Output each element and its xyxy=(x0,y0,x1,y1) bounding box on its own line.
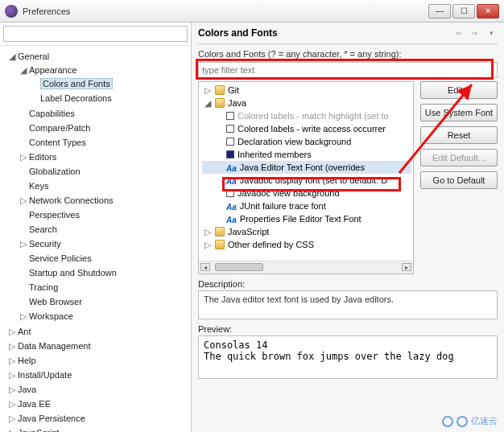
tree-item-startup[interactable]: Startup and Shutdown xyxy=(29,268,117,278)
tree-item-capabilities[interactable]: Capabilities xyxy=(29,109,75,118)
twisty-icon[interactable]: ▷ xyxy=(19,150,27,163)
tree-item-globalization[interactable]: Globalization xyxy=(29,167,81,176)
tree-item-appearance[interactable]: Appearance xyxy=(29,65,76,75)
use-system-font-button[interactable]: Use System Font xyxy=(420,104,498,121)
tree-item-data-management[interactable]: Data Management xyxy=(18,341,91,351)
settings-header: Colors and Fonts ⇦ ⇨ ▾ xyxy=(198,27,498,44)
category-filter-input[interactable] xyxy=(3,26,188,42)
tree-item-help[interactable]: Help xyxy=(18,356,36,365)
twisty-icon[interactable]: ▷ xyxy=(8,397,16,410)
font-tree-javadoc-font[interactable]: Javadoc display font (set to default: D xyxy=(240,174,387,187)
left-search-wrap xyxy=(0,23,191,46)
go-to-default-button[interactable]: Go to Default xyxy=(420,171,498,189)
cloud-icon xyxy=(456,416,468,427)
tree-item-compare-patch[interactable]: Compare/Patch xyxy=(29,123,90,133)
font-tree-javascript[interactable]: JavaScript xyxy=(228,225,269,238)
font-tree-junit-font[interactable]: JUnit failure trace font xyxy=(240,200,326,212)
menu-icon[interactable]: ▾ xyxy=(485,27,498,39)
watermark: 亿速云 xyxy=(442,415,498,427)
font-tree-java[interactable]: Java xyxy=(228,97,246,109)
window-buttons: — ☐ ✕ xyxy=(428,4,499,19)
twisty-icon[interactable]: ◢ xyxy=(8,50,16,63)
twisty-icon[interactable]: ▷ xyxy=(8,426,16,432)
tree-item-web-browser[interactable]: Web Browser xyxy=(29,297,82,307)
font-tree-git[interactable]: Git xyxy=(228,84,239,97)
titlebar: Preferences — ☐ ✕ xyxy=(0,0,504,23)
twisty-icon[interactable]: ◢ xyxy=(204,97,212,109)
tree-item-workspace[interactable]: Workspace xyxy=(29,311,73,321)
twisty-icon[interactable]: ▷ xyxy=(8,383,16,396)
twisty-icon[interactable]: ▷ xyxy=(204,225,212,238)
tree-item-keys[interactable]: Keys xyxy=(29,181,48,191)
reset-button[interactable]: Reset xyxy=(420,126,498,144)
window-title: Preferences xyxy=(23,6,428,16)
tree-item-content-types[interactable]: Content Types xyxy=(29,138,86,147)
twisty-icon[interactable]: ▷ xyxy=(19,237,27,250)
description-label: Description: xyxy=(198,279,498,289)
scroll-left-icon[interactable]: ◂ xyxy=(200,263,210,271)
font-icon: Aa xyxy=(226,214,237,224)
tree-item-tracing[interactable]: Tracing xyxy=(29,282,58,292)
font-tree[interactable]: ▷Git ◢Java Colored labels - match highli… xyxy=(199,82,413,261)
tree-item-security[interactable]: Security xyxy=(29,239,61,249)
watermark-text: 亿速云 xyxy=(471,415,498,427)
twisty-icon[interactable]: ▷ xyxy=(8,412,16,425)
font-tree-colored-write[interactable]: Colored labels - write access occurrer xyxy=(238,122,386,135)
font-tree-javadoc-bg[interactable]: Javadoc view background xyxy=(238,187,340,200)
tree-item-java-ee[interactable]: Java EE xyxy=(18,399,51,409)
color-swatch-icon xyxy=(226,150,234,158)
description-box: The Java editor text font is used by Jav… xyxy=(198,290,498,319)
font-tree-container: ▷Git ◢Java Colored labels - match highli… xyxy=(198,81,414,274)
horizontal-scrollbar[interactable]: ◂ ▸ xyxy=(199,261,413,274)
minimize-button[interactable]: — xyxy=(428,4,451,19)
edit-button[interactable]: Edit... xyxy=(420,81,498,99)
font-tree-inherited[interactable]: Inherited members xyxy=(238,148,312,161)
forward-icon[interactable]: ⇨ xyxy=(469,27,481,39)
font-tree-props-font[interactable]: Properties File Editor Text Font xyxy=(240,212,361,225)
description-text: The Java editor text font is used by Jav… xyxy=(204,294,394,304)
settings-pane: Colors and Fonts ⇦ ⇨ ▾ Colors and Fonts … xyxy=(192,23,504,432)
twisty-icon[interactable]: ▷ xyxy=(204,84,212,97)
tree-item-javascript[interactable]: JavaScript xyxy=(18,428,59,432)
twisty-icon[interactable]: ▷ xyxy=(204,238,212,251)
cloud-icon xyxy=(442,416,453,427)
category-tree[interactable]: ◢General ◢Appearance Colors and Fonts La… xyxy=(0,46,191,432)
folder-icon xyxy=(215,240,225,249)
font-filter-input[interactable] xyxy=(198,62,498,78)
close-button[interactable]: ✕ xyxy=(477,4,499,19)
app-icon xyxy=(5,5,18,18)
scroll-thumb[interactable] xyxy=(215,263,263,271)
tree-item-general[interactable]: General xyxy=(18,51,49,61)
tree-item-ant[interactable]: Ant xyxy=(18,327,31,336)
twisty-icon[interactable]: ▷ xyxy=(19,310,27,323)
color-swatch-icon xyxy=(226,189,234,197)
folder-icon xyxy=(215,98,225,108)
tree-item-label-decorations[interactable]: Label Decorations xyxy=(40,93,112,103)
tree-item-service-policies[interactable]: Service Policies xyxy=(29,253,92,263)
twisty-icon[interactable]: ▷ xyxy=(8,354,16,367)
font-tree-colored-match[interactable]: Colored labels - match highlight (set to xyxy=(238,109,389,122)
tree-item-java[interactable]: Java xyxy=(18,385,36,394)
tree-item-search[interactable]: Search xyxy=(29,224,57,234)
maximize-button[interactable]: ☐ xyxy=(452,4,475,19)
font-tree-java-editor-font[interactable]: Java Editor Text Font (overrides xyxy=(240,161,365,174)
font-icon: Aa xyxy=(226,175,237,185)
twisty-icon[interactable]: ◢ xyxy=(19,64,27,76)
font-tree-decl-bg[interactable]: Declaration view background xyxy=(238,135,351,148)
preview-box: Consolas 14 The quick brown fox jumps ov… xyxy=(198,335,498,379)
tree-item-java-persistence[interactable]: Java Persistence xyxy=(18,413,85,423)
twisty-icon[interactable]: ▷ xyxy=(19,194,27,207)
twisty-icon[interactable]: ▷ xyxy=(8,325,16,338)
category-pane: ◢General ◢Appearance Colors and Fonts La… xyxy=(0,23,192,432)
tree-item-colors-fonts[interactable]: Colors and Fonts xyxy=(40,78,113,89)
font-tree-css[interactable]: Other defined by CSS xyxy=(228,238,314,251)
back-icon[interactable]: ⇦ xyxy=(452,27,465,39)
scroll-right-icon[interactable]: ▸ xyxy=(402,263,411,271)
twisty-icon[interactable]: ▷ xyxy=(8,368,16,381)
tree-item-install-update[interactable]: Install/Update xyxy=(18,370,72,380)
twisty-icon[interactable]: ▷ xyxy=(8,339,16,352)
tree-item-editors[interactable]: Editors xyxy=(29,152,56,162)
tree-item-network[interactable]: Network Connections xyxy=(29,195,114,205)
color-swatch-icon xyxy=(226,112,234,120)
tree-item-perspectives[interactable]: Perspectives xyxy=(29,210,80,220)
